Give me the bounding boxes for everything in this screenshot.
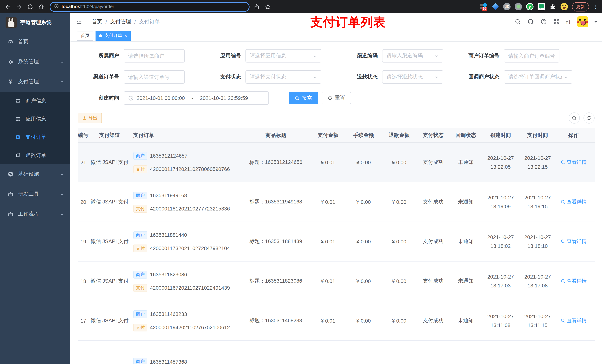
breadcrumb-separator: / <box>106 19 107 25</box>
view-detail-link[interactable]: 查看详情 <box>560 317 587 324</box>
extension-chat-green[interactable] <box>538 3 545 10</box>
text-input[interactable] <box>128 53 180 59</box>
table-row-partial[interactable]: 商户1635311457368 <box>78 341 595 364</box>
search-icon[interactable] <box>514 18 521 25</box>
toggle-search-icon[interactable] <box>569 113 580 124</box>
help-icon[interactable] <box>540 18 547 25</box>
shop-icon <box>15 98 21 104</box>
refresh-icon[interactable] <box>583 113 595 124</box>
sidebar-item-label: 系统管理 <box>18 58 39 65</box>
cell-actions: 查看详情 <box>556 317 591 324</box>
close-icon[interactable]: × <box>124 33 127 38</box>
select-placeholder: 请选择订单回调商户状态 <box>508 74 562 80</box>
table-row[interactable]: 21 微信 JSAPI 支付 商户1635312124657 支付4200001… <box>78 143 595 182</box>
address-bar[interactable]: localhost:1024/pay/order <box>50 2 249 12</box>
extension-command[interactable]: ⌘ <box>503 3 511 10</box>
chevron-down-icon <box>60 60 64 64</box>
export-button[interactable]: 导出 <box>78 113 102 123</box>
sidebar-item-基础设施[interactable]: 基础设施 <box>0 164 70 184</box>
monitor-icon <box>7 171 13 177</box>
browser-menu-icon[interactable]: ⋮ <box>593 4 598 9</box>
sidebar-item-应用信息[interactable]: 应用信息 <box>0 110 70 128</box>
tab-支付订单[interactable]: 支付订单 × <box>96 31 131 41</box>
extension-blue-diamond-badge[interactable]: 10 <box>480 3 488 10</box>
select-渠道编码[interactable]: 请输入渠道编码 <box>382 49 443 62</box>
input-商户订单编号[interactable] <box>504 49 559 62</box>
filter-label: 商户订单编号 <box>458 52 499 59</box>
sidebar-item-退款订单[interactable]: 退款订单 <box>0 146 70 164</box>
url-text[interactable]: localhost:1024/pay/order <box>62 4 114 9</box>
breadcrumb-item[interactable]: 支付管理 <box>110 18 131 25</box>
sidebar-collapse-icon[interactable] <box>75 17 84 26</box>
reload-icon[interactable] <box>26 3 34 11</box>
extension-puzzle[interactable] <box>549 3 557 10</box>
text-input[interactable] <box>128 74 180 80</box>
app-logo[interactable]: 芋道管理系统 <box>0 13 70 32</box>
select-回调商户状态[interactable]: 请选择订单回调商户状态 <box>504 70 572 83</box>
font-size-icon[interactable]: TT <box>566 19 572 25</box>
cell-amount: ¥ 0.01 <box>310 318 346 324</box>
filter-label: 渠道订单号 <box>78 74 119 80</box>
cell-status: 支付成功 <box>417 278 450 284</box>
merchant-order-no: 1635311468233 <box>150 311 187 317</box>
input-渠道订单号[interactable] <box>124 70 185 83</box>
select-支付状态[interactable]: 请选择支付状态 <box>246 70 321 83</box>
reset-button[interactable]: 重置 <box>322 92 351 104</box>
extension-green-dot[interactable] <box>515 3 522 10</box>
sidebar-item-首页[interactable]: 首页 <box>0 32 70 52</box>
orders-table: 编号支付渠道支付订单商品标题支付金额手续金额退款金额支付状态回调状态创建时间支付… <box>78 128 595 364</box>
cell-status: 支付成功 <box>417 238 450 245</box>
bookmark-star-icon[interactable] <box>264 3 272 11</box>
cell-id: 20 <box>78 199 89 205</box>
back-icon[interactable] <box>4 3 12 11</box>
extension-emoji[interactable] <box>560 3 568 10</box>
cell-pay-order: 商户1635311823086 支付4200001167202110271022… <box>130 270 241 292</box>
input-所属商户[interactable] <box>124 49 185 62</box>
home-icon[interactable] <box>37 3 45 11</box>
select-退款状态[interactable]: 请选择退款状态 <box>382 70 443 83</box>
github-icon[interactable] <box>527 18 534 25</box>
share-icon[interactable] <box>252 3 261 11</box>
sidebar-item-label: 支付订单 <box>26 134 46 140</box>
table-row[interactable]: 19 微信 JSAPI 支付 商户1635311881440 支付4200001… <box>78 222 595 261</box>
column-header-退款金额: 退款金额 <box>381 132 417 138</box>
site-info-icon[interactable] <box>54 3 59 10</box>
table-row[interactable]: 18 微信 JSAPI 支付 商户1635311823086 支付4200001… <box>78 261 595 301</box>
fullscreen-icon[interactable] <box>553 18 560 25</box>
table-row[interactable]: 20 微信 JSAPI 支付 商户1635311949168 支付4200001… <box>78 182 595 222</box>
sidebar-item-系统管理[interactable]: 系统管理 <box>0 52 70 72</box>
cell-amount: ¥ 0.01 <box>310 239 346 245</box>
pay-tag: 支付 <box>133 205 147 213</box>
text-input[interactable] <box>508 53 555 59</box>
breadcrumb-item[interactable]: 首页 <box>92 18 102 25</box>
column-header-支付金额: 支付金额 <box>310 132 346 138</box>
merchant-order-no: 1635311949168 <box>150 192 187 198</box>
cell-pay-order: 商户1635311949168 支付4200001181202110277723… <box>130 191 241 213</box>
tab-首页[interactable]: 首页 <box>77 31 93 41</box>
extension-kite[interactable] <box>492 3 499 10</box>
breadcrumb-item[interactable]: 支付订单 <box>139 18 160 25</box>
view-detail-label: 查看详情 <box>567 238 587 245</box>
view-detail-link[interactable]: 查看详情 <box>560 238 587 245</box>
date-range-picker[interactable]: 2021-10-01 00:00:00 - 2021-10-31 23:59:5… <box>124 91 269 105</box>
search-button[interactable]: 搜索 <box>289 92 318 104</box>
avatar[interactable] <box>577 16 588 27</box>
sidebar-item-工作流程[interactable]: 工作流程 <box>0 204 70 224</box>
sidebar-item-研发工具[interactable]: 研发工具 <box>0 184 70 204</box>
chevron-down-icon <box>564 75 568 79</box>
cell-title: 标题：1635311949168 <box>241 199 310 205</box>
select-应用编号[interactable]: 请选择应用信息 <box>246 49 321 62</box>
update-button[interactable]: 更新 <box>572 2 589 11</box>
avatar-caret-icon[interactable] <box>594 21 598 24</box>
cell-title: 标题：1635311881439 <box>241 238 310 245</box>
sidebar-item-商户信息[interactable]: 商户信息 <box>0 92 70 110</box>
view-detail-link[interactable]: 查看详情 <box>560 278 587 284</box>
extension-y-green[interactable]: y <box>526 3 534 10</box>
table-row[interactable]: 17 微信 JSAPI 支付 商户1635311468233 支付4200001… <box>78 301 595 341</box>
sidebar-item-支付管理[interactable]: ¥ 支付管理 <box>0 72 70 92</box>
forward-icon[interactable] <box>15 3 23 11</box>
view-detail-link[interactable]: 查看详情 <box>560 199 587 205</box>
sidebar-item-支付订单[interactable]: ¥ 支付订单 <box>0 128 70 146</box>
view-detail-link[interactable]: 查看详情 <box>560 159 587 166</box>
column-header-编号: 编号 <box>78 132 89 138</box>
